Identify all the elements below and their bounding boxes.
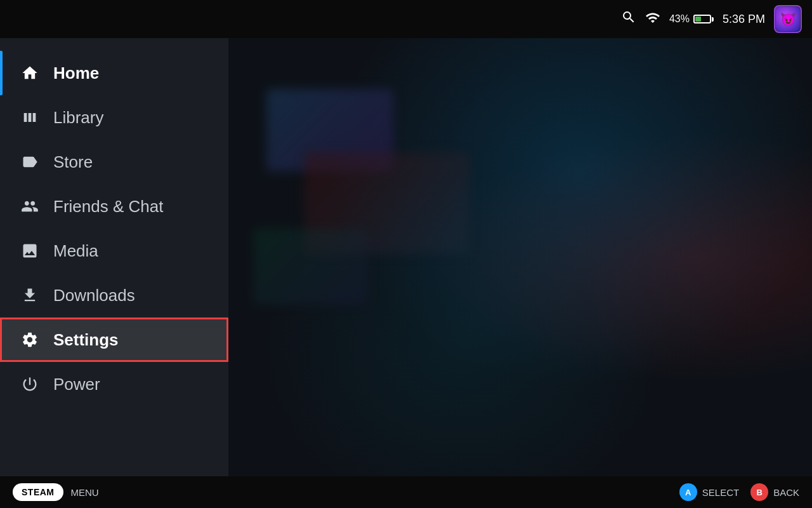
select-label: SELECT <box>702 487 739 498</box>
sidebar-label-media: Media <box>53 241 98 261</box>
battery-icon <box>693 15 714 23</box>
sidebar-item-settings[interactable]: Settings <box>0 318 228 362</box>
main-area: Home Library Store Friends & Chat <box>0 38 812 476</box>
settings-icon <box>19 329 41 351</box>
select-hint: A SELECT <box>679 483 739 501</box>
battery-percent: 43% <box>669 13 690 25</box>
bottom-right: A SELECT B BACK <box>679 483 799 501</box>
sidebar-item-store[interactable]: Store <box>0 140 228 184</box>
sidebar-label-power: Power <box>53 375 100 394</box>
power-icon <box>19 373 41 395</box>
sidebar: Home Library Store Friends & Chat <box>0 38 228 476</box>
bottom-left: STEAM MENU <box>13 483 99 501</box>
library-icon <box>19 107 41 128</box>
back-label: BACK <box>773 487 799 498</box>
avatar-image: 😈 <box>776 7 800 31</box>
sidebar-item-home[interactable]: Home <box>0 51 228 95</box>
home-icon <box>19 62 41 84</box>
top-bar: 43% 5:36 PM 😈 <box>0 0 812 38</box>
a-button: A <box>679 483 697 501</box>
wifi-icon <box>645 10 660 29</box>
store-icon <box>19 151 41 173</box>
bottom-bar: STEAM MENU A SELECT B BACK <box>0 476 812 508</box>
sidebar-label-settings: Settings <box>53 330 119 350</box>
downloads-icon <box>19 284 41 306</box>
clock: 5:36 PM <box>723 13 765 26</box>
user-avatar[interactable]: 😈 <box>774 5 802 33</box>
friends-icon <box>19 196 41 217</box>
search-icon[interactable] <box>621 10 636 29</box>
sidebar-label-friends: Friends & Chat <box>53 197 163 217</box>
back-hint: B BACK <box>750 483 799 501</box>
status-icons: 43% 5:36 PM 😈 <box>621 5 802 33</box>
sidebar-item-media[interactable]: Media <box>0 229 228 273</box>
sidebar-label-store: Store <box>53 152 93 172</box>
sidebar-label-downloads: Downloads <box>53 286 135 305</box>
sidebar-item-library[interactable]: Library <box>0 95 228 140</box>
content-area <box>228 38 812 476</box>
steam-button[interactable]: STEAM <box>13 483 63 501</box>
sidebar-item-friends[interactable]: Friends & Chat <box>0 184 228 229</box>
sidebar-item-power[interactable]: Power <box>0 362 228 406</box>
b-button: B <box>750 483 768 501</box>
sidebar-label-library: Library <box>53 108 103 128</box>
media-icon <box>19 240 41 262</box>
sidebar-label-home: Home <box>53 64 99 83</box>
game-thumb-3 <box>254 229 368 305</box>
menu-label: MENU <box>71 487 99 498</box>
battery-status: 43% <box>669 13 714 25</box>
sidebar-item-downloads[interactable]: Downloads <box>0 273 228 318</box>
